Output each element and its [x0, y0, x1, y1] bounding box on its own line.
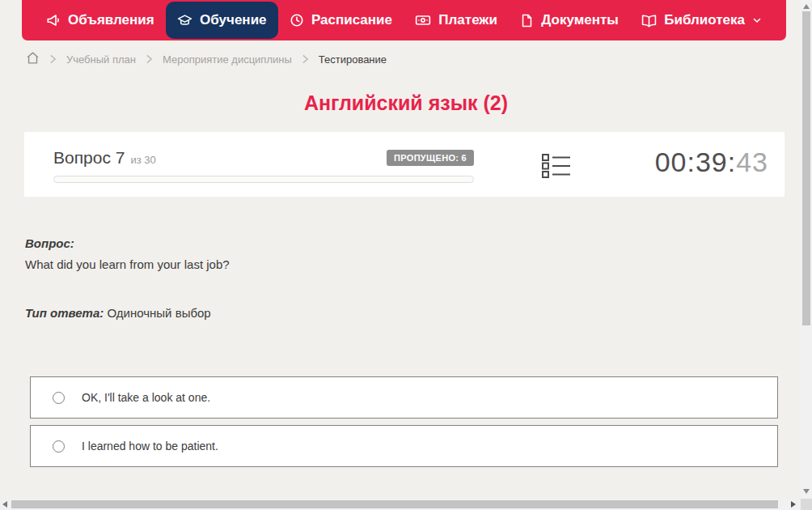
- radio-button[interactable]: [53, 440, 65, 453]
- chevron-right-icon: [302, 54, 309, 64]
- tab-library[interactable]: Библиотека: [630, 2, 773, 39]
- progress-bar: [53, 176, 474, 183]
- answer-type-value: Одиночный выбор: [107, 306, 210, 320]
- question-total: из 30: [130, 154, 155, 166]
- answers-list: OK, I'll take a look at one. I learned h…: [30, 376, 778, 474]
- scroll-right-icon[interactable]: [791, 501, 796, 508]
- vertical-scrollbar-thumb[interactable]: [802, 11, 810, 325]
- answer-option-1[interactable]: OK, I'll take a look at one.: [30, 376, 778, 419]
- question-list-icon[interactable]: [542, 152, 571, 183]
- scrollbar-corner: [801, 499, 812, 510]
- question-header-panel: Вопрос 7 из 30 ПРОПУЩЕНО: 6 00:39:43: [24, 132, 785, 197]
- clock-icon: [290, 13, 304, 28]
- graduation-cap-icon: [177, 13, 192, 28]
- home-icon[interactable]: [26, 51, 40, 67]
- tab-documents[interactable]: Документы: [509, 2, 630, 39]
- horizontal-scrollbar[interactable]: [0, 499, 801, 510]
- breadcrumb-discipline-event[interactable]: Мероприятие дисциплины: [163, 53, 292, 66]
- answer-option-text: OK, I'll take a look at one.: [82, 391, 210, 404]
- tab-announcements[interactable]: Объявления: [35, 2, 166, 39]
- chevron-right-icon: [146, 54, 153, 64]
- document-icon: [520, 14, 534, 28]
- question-label: Вопрос:: [25, 236, 74, 250]
- answer-type-row: Тип ответа: Одиночный выбор: [25, 306, 211, 320]
- horizontal-scrollbar-thumb[interactable]: [11, 500, 778, 508]
- tab-label: Библиотека: [664, 12, 745, 28]
- chevron-right-icon: [49, 54, 57, 64]
- top-navbar: Объявления Обучение Расписание Платежи: [22, 0, 786, 40]
- page-title: Английский язык (2): [0, 91, 812, 115]
- scroll-left-icon[interactable]: [2, 501, 7, 508]
- cash-icon: [415, 12, 431, 28]
- tab-payments[interactable]: Платежи: [404, 2, 509, 39]
- tab-schedule[interactable]: Расписание: [278, 2, 404, 39]
- tab-label: Платежи: [438, 12, 497, 28]
- scroll-up-icon[interactable]: [803, 4, 810, 9]
- answer-type-label: Тип ответа:: [25, 306, 104, 320]
- vertical-scrollbar[interactable]: [801, 0, 812, 499]
- timer-seconds: 43: [736, 147, 768, 177]
- scroll-down-icon[interactable]: [803, 489, 810, 494]
- radio-button[interactable]: [53, 392, 65, 404]
- timer-main: 00:39:: [655, 147, 737, 177]
- breadcrumb-curriculum[interactable]: Учебный план: [66, 53, 136, 66]
- answer-option-2[interactable]: I learned how to be patient.: [30, 425, 778, 467]
- answer-option-text: I learned how to be patient.: [82, 440, 218, 453]
- tab-learning[interactable]: Обучение: [166, 2, 277, 39]
- skipped-badge: ПРОПУЩЕНО: 6: [387, 150, 474, 166]
- megaphone-icon: [46, 13, 61, 28]
- breadcrumb: Учебный план Мероприятие дисциплины Тест…: [26, 51, 387, 67]
- tab-label: Объявления: [68, 12, 154, 28]
- question-text: What did you learn from your last job?: [25, 257, 230, 271]
- tab-label: Обучение: [200, 12, 266, 28]
- chevron-down-icon: [752, 15, 762, 25]
- question-number: Вопрос 7: [53, 148, 125, 168]
- timer: 00:39:43: [655, 147, 768, 178]
- tab-label: Документы: [541, 12, 619, 28]
- breadcrumb-testing: Тестирование: [319, 53, 387, 66]
- open-book-icon: [641, 13, 657, 28]
- tab-label: Расписание: [311, 12, 392, 28]
